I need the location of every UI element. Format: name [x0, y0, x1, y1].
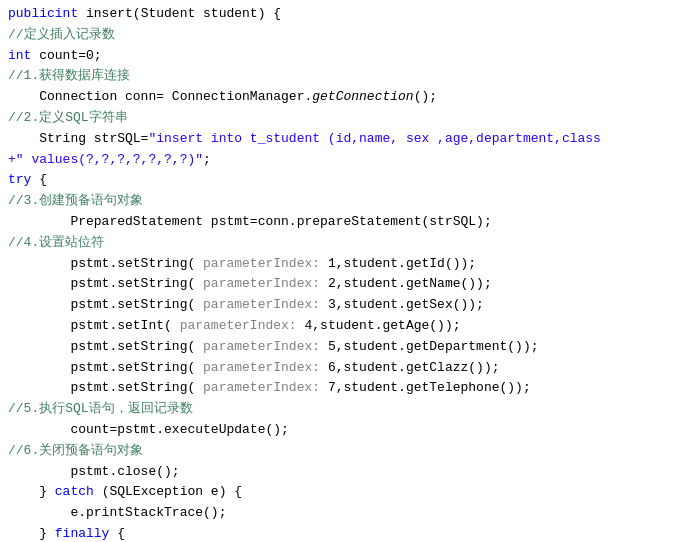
code-line: String strSQL="insert into t_student (id…: [0, 129, 692, 150]
code-content: public int insert(Student student) { //定…: [0, 4, 692, 542]
code-line: //3.创建预备语句对象: [0, 191, 692, 212]
code-line: pstmt.setString( parameterIndex: 3,stude…: [0, 295, 692, 316]
code-line: //2.定义SQL字符串: [0, 108, 692, 129]
code-line: //5.执行SQL语句，返回记录数: [0, 399, 692, 420]
code-line: //6.关闭预备语句对象: [0, 441, 692, 462]
code-line: +" values(?,?,?,?,?,?,?)";: [0, 150, 692, 171]
code-line: PreparedStatement pstmt=conn.prepareStat…: [0, 212, 692, 233]
code-line: count=pstmt.executeUpdate();: [0, 420, 692, 441]
code-line: pstmt.setString( parameterIndex: 6,stude…: [0, 358, 692, 379]
code-line: pstmt.setString( parameterIndex: 2,stude…: [0, 274, 692, 295]
code-line: pstmt.setString( parameterIndex: 7,stude…: [0, 378, 692, 399]
code-line: try {: [0, 170, 692, 191]
code-line: pstmt.setString( parameterIndex: 1,stude…: [0, 254, 692, 275]
code-line: int count=0;: [0, 46, 692, 67]
code-editor: public int insert(Student student) { //定…: [0, 0, 692, 542]
code-line: pstmt.setInt( parameterIndex: 4,student.…: [0, 316, 692, 337]
code-line: //1.获得数据库连接: [0, 66, 692, 87]
code-line: public int insert(Student student) {: [0, 4, 692, 25]
code-line: Connection conn= ConnectionManager.getCo…: [0, 87, 692, 108]
code-line: } catch (SQLException e) {: [0, 482, 692, 503]
code-line: pstmt.close();: [0, 462, 692, 483]
code-line: e.printStackTrace();: [0, 503, 692, 524]
code-line: //4.设置站位符: [0, 233, 692, 254]
code-line: pstmt.setString( parameterIndex: 5,stude…: [0, 337, 692, 358]
code-line: //定义插入记录数: [0, 25, 692, 46]
code-line: } finally {: [0, 524, 692, 542]
